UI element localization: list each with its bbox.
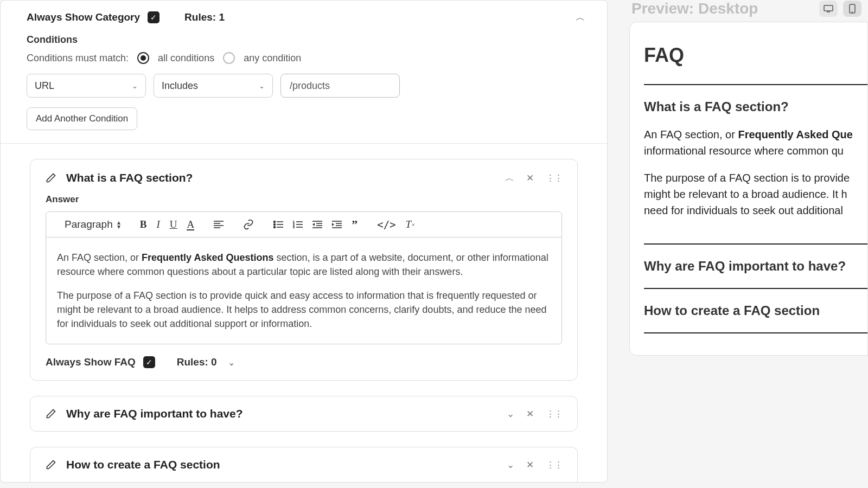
svg-point-6 [274, 227, 276, 228]
bold-button[interactable]: B [140, 219, 147, 230]
condition-value-input[interactable] [280, 74, 400, 98]
delete-faq-icon[interactable]: ✕ [526, 408, 534, 420]
expand-faq-icon[interactable]: ⌄ [507, 459, 514, 471]
preview-heading: FAQ [644, 44, 867, 67]
category-header: Always Show Category ✓ Rules: 1 ︿ [1, 1, 607, 30]
pencil-icon[interactable] [46, 459, 56, 470]
align-button[interactable] [214, 221, 224, 228]
editor-text-bold: Frequently Asked Questions [142, 252, 273, 263]
preview-text-bold: Frequently Asked Que [738, 129, 853, 140]
radio-all-label: all conditions [158, 53, 214, 64]
drag-handle-icon[interactable]: ⋮⋮ [546, 172, 562, 184]
pencil-icon[interactable] [46, 172, 56, 183]
always-show-category-label: Always Show Category [27, 11, 140, 23]
rich-text-editor: Paragraph ▴▾ B I U A [46, 211, 562, 344]
chevron-down-icon: ⌄ [259, 82, 265, 90]
condition-operator-select[interactable]: Includes ⌄ [154, 74, 273, 98]
faq-item-footer: Always Show FAQ ✓ Rules: 0 ⌄ [46, 356, 562, 368]
paragraph-style-select[interactable]: Paragraph ▴▾ [65, 219, 120, 230]
conditions-match-row: Conditions must match: all conditions an… [27, 52, 581, 64]
drag-handle-icon[interactable]: ⋮⋮ [546, 459, 562, 471]
condition-operator-value: Includes [162, 80, 198, 92]
faq-item-title: What is a FAQ section? [66, 171, 193, 184]
condition-field-select[interactable]: URL ⌄ [27, 74, 146, 98]
always-show-faq-label: Always Show FAQ [46, 356, 136, 368]
conditions-block: Conditions Conditions must match: all co… [1, 30, 607, 144]
faq-item-header: Why are FAQ important to have? ⌄ ✕ ⋮⋮ [46, 407, 562, 420]
bullet-list-button[interactable] [273, 221, 283, 228]
preview-text: informational resource where common qu [644, 143, 867, 159]
add-condition-button[interactable]: Add Another Condition [27, 107, 137, 130]
expand-faq-icon[interactable]: ⌄ [507, 408, 514, 420]
delete-faq-icon[interactable]: ✕ [526, 459, 534, 471]
sort-icon: ▴▾ [117, 220, 120, 229]
paragraph-style-label: Paragraph [65, 219, 113, 230]
condition-row: URL ⌄ Includes ⌄ [27, 74, 581, 98]
preview-faq-item: Why are FAQ important to have? [644, 243, 867, 288]
drag-handle-icon[interactable]: ⋮⋮ [546, 408, 562, 420]
faq-item-card: What is a FAQ section? ︿ ✕ ⋮⋮ Answer Par… [30, 159, 578, 381]
preview-text: The purpose of a FAQ section is to provi… [644, 170, 867, 186]
clear-format-button[interactable]: T× [406, 219, 415, 230]
editor-text: The purpose of a FAQ section is to provi… [57, 288, 551, 331]
quote-button[interactable]: ” [352, 217, 358, 232]
conditions-match-label: Conditions must match: [27, 53, 129, 64]
editor-toolbar: Paragraph ▴▾ B I U A [46, 212, 561, 237]
preview-title: Preview: Desktop [631, 0, 758, 17]
preview-answer: An FAQ section, or Frequently Asked Que … [644, 126, 867, 219]
always-show-faq-checkbox[interactable]: ✓ [143, 356, 155, 368]
svg-rect-26 [824, 5, 833, 11]
link-button[interactable] [243, 219, 254, 230]
always-show-category-checkbox[interactable]: ✓ [148, 11, 159, 23]
svg-text:3: 3 [293, 226, 295, 228]
preview-content: FAQ What is a FAQ section? An FAQ sectio… [629, 22, 868, 356]
faq-item-title: How to create a FAQ section [66, 458, 220, 471]
expand-rules-icon[interactable]: ⌄ [228, 357, 235, 368]
preview-text: An FAQ section, or [644, 129, 738, 140]
faq-rules-count: Rules: 0 [177, 356, 217, 368]
text-color-button[interactable]: A [187, 219, 194, 230]
code-button[interactable]: </> [377, 219, 395, 230]
ordered-list-button[interactable]: 123 [293, 221, 303, 228]
pencil-icon[interactable] [46, 408, 56, 419]
radio-all-conditions[interactable] [137, 52, 149, 64]
preview-faq-item: How to create a FAQ section [644, 288, 867, 333]
radio-any-label: any condition [244, 53, 301, 64]
italic-button[interactable]: I [156, 219, 159, 230]
preview-header: Preview: Desktop [629, 0, 868, 22]
chevron-down-icon: ⌄ [132, 82, 138, 90]
mobile-view-button[interactable] [843, 1, 861, 17]
preview-text: might be relevant to a broad audience. I… [644, 186, 867, 202]
preview-question: How to create a FAQ section [644, 303, 867, 318]
radio-any-condition[interactable] [223, 52, 235, 64]
preview-question: What is a FAQ section? [644, 99, 867, 114]
collapse-category-icon[interactable]: ︿ [576, 11, 585, 24]
condition-field-value: URL [35, 80, 54, 92]
preview-question: Why are FAQ important to have? [644, 259, 867, 274]
desktop-view-button[interactable] [819, 1, 838, 17]
underline-button[interactable]: U [170, 219, 177, 230]
answer-label: Answer [46, 194, 562, 205]
faq-item-title: Why are FAQ important to have? [66, 407, 243, 420]
collapse-faq-icon[interactable]: ︿ [505, 172, 514, 184]
svg-point-4 [274, 221, 276, 223]
outdent-button[interactable] [312, 221, 322, 228]
svg-marker-25 [332, 223, 334, 226]
conditions-title: Conditions [27, 34, 581, 46]
faq-item-card: How to create a FAQ section ⌄ ✕ ⋮⋮ [30, 447, 578, 482]
editor-content[interactable]: An FAQ section, or Frequently Asked Ques… [46, 237, 561, 344]
preview-faq-item: What is a FAQ section? An FAQ section, o… [644, 84, 867, 243]
faq-item-header: How to create a FAQ section ⌄ ✕ ⋮⋮ [46, 458, 562, 471]
preview-panel: Preview: Desktop FAQ What is a FAQ secti… [618, 0, 868, 488]
faq-item-header: What is a FAQ section? ︿ ✕ ⋮⋮ [46, 171, 562, 184]
svg-point-5 [274, 224, 276, 226]
editor-text: An FAQ section, or [57, 252, 142, 263]
indent-button[interactable] [332, 221, 342, 228]
category-rules-count: Rules: 1 [184, 11, 225, 23]
svg-marker-20 [312, 223, 315, 226]
preview-text: need for individuals to seek out additio… [644, 202, 867, 219]
faq-item-card: Why are FAQ important to have? ⌄ ✕ ⋮⋮ [30, 396, 578, 432]
delete-faq-icon[interactable]: ✕ [526, 172, 534, 184]
